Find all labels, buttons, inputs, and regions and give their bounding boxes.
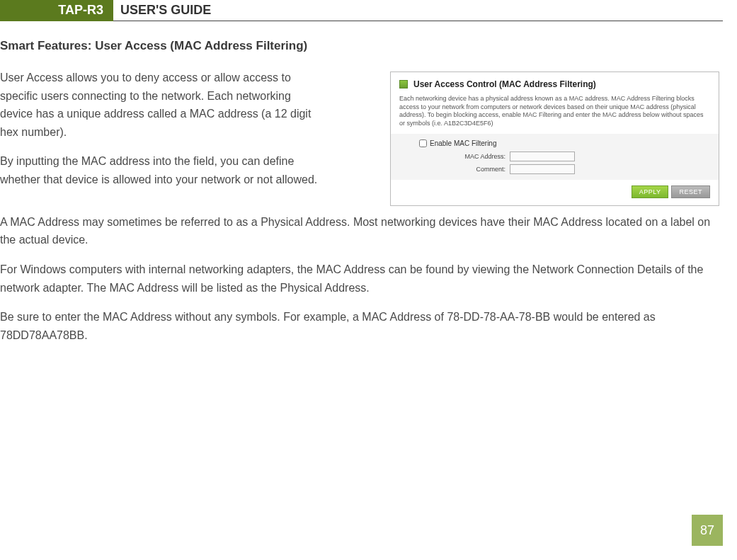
comment-input[interactable] (510, 164, 575, 174)
panel-header: User Access Control (MAC Address Filteri… (391, 72, 719, 93)
enable-mac-label: Enable MAC Filtering (430, 139, 496, 147)
comment-row: Comment: (399, 164, 710, 174)
page-header: TAP-R3 USER'S GUIDE (0, 0, 723, 21)
enable-mac-checkbox[interactable] (419, 139, 427, 147)
panel-icon (399, 80, 408, 88)
paragraph-3: A MAC Address may sometimes be referred … (0, 213, 719, 249)
panel-buttons: APPLY RESET (391, 180, 719, 205)
paragraph-5: Be sure to enter the MAC Address without… (0, 308, 719, 344)
mac-address-label: MAC Address: (456, 153, 505, 160)
enable-mac-filtering-row: Enable MAC Filtering (399, 139, 710, 147)
header-brand-bg: TAP-R3 (0, 0, 113, 21)
paragraph-2: By inputting the MAC address into the fi… (0, 152, 326, 188)
header-title: USER'S GUIDE (113, 0, 211, 21)
mac-address-row: MAC Address: (399, 152, 710, 161)
reset-button[interactable]: RESET (671, 185, 710, 198)
paragraph-1: User Access allows you to deny access or… (0, 69, 326, 141)
mac-address-input[interactable] (510, 152, 575, 161)
page-number: 87 (692, 515, 723, 546)
section-title: Smart Features: User Access (MAC Address… (0, 39, 719, 53)
paragraph-4: For Windows computers with internal netw… (0, 261, 719, 297)
apply-button[interactable]: APPLY (632, 185, 669, 198)
panel-title: User Access Control (MAC Address Filteri… (413, 79, 596, 89)
mac-filtering-panel: User Access Control (MAC Address Filteri… (390, 72, 719, 206)
panel-description: Each networking device has a physical ad… (391, 93, 719, 134)
page-content: Smart Features: User Access (MAC Address… (0, 21, 737, 344)
panel-body: Enable MAC Filtering MAC Address: Commen… (391, 134, 719, 180)
comment-label: Comment: (456, 166, 505, 173)
brand-label: TAP-R3 (48, 0, 113, 21)
